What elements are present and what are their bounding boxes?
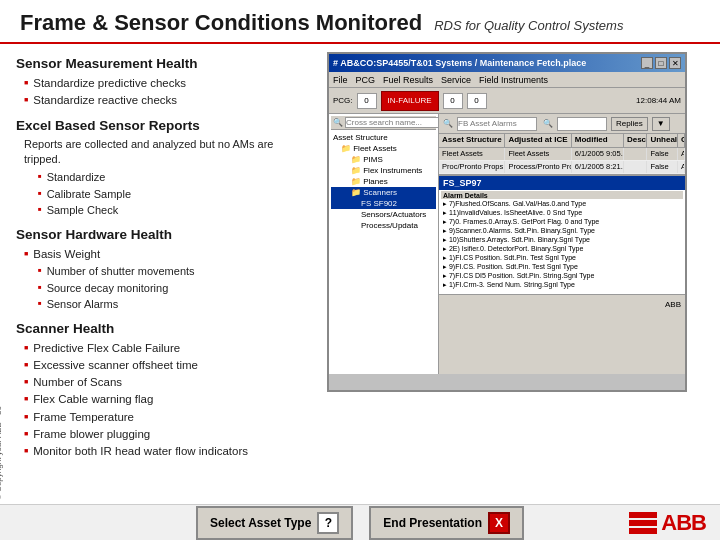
- alarm-item: ▸ 11)InvalidValues. IsSheetAlive. 0 Snd …: [441, 208, 683, 217]
- page-title: Frame & Sensor Conditions Monitored: [20, 10, 422, 36]
- alarm-item: ▸ 2E) Isifier.0. DetectorPort. Binary.Sg…: [441, 244, 683, 253]
- th-modified: Modified: [572, 134, 624, 147]
- table-header: Asset Structure Adjusted at ICE Modified…: [439, 134, 685, 148]
- main-layout: Sensor Measurement Health Standardize pr…: [0, 44, 720, 532]
- reports-description: Reports are collected and analyzed but n…: [16, 137, 284, 168]
- tree-item-scanners[interactable]: 📁 Scanners: [331, 187, 436, 198]
- alarm-item: ▸ 10)Shutters.Arrays. Sdt.Pin. Binary.Sg…: [441, 235, 683, 244]
- list-item: Basis Weight: [16, 246, 284, 263]
- tree-item-sensors[interactable]: Sensors/Actuators: [331, 209, 436, 220]
- list-item: Sensor Alarms: [16, 296, 284, 313]
- th-desc: Desc.: [624, 134, 647, 147]
- window-controls[interactable]: _ □ ✕: [641, 57, 681, 69]
- close-presentation-btn[interactable]: X: [488, 512, 510, 534]
- list-item: Standardize: [16, 169, 284, 186]
- alarm-item: ▸ 7)0. Frames.0.Array.S. GetPort Flag. 0…: [441, 217, 683, 226]
- td-calendar: Asset Pr: [678, 148, 685, 160]
- window-content: 🔍 Asset Structure 📁 Fleet Assets 📁 PIMS …: [329, 114, 685, 374]
- alarm-item: ▸ 1)FI.Crm-3. Send Num. String.Sgnl Type: [441, 280, 683, 289]
- th-adjusted-ice: Adjusted at ICE: [505, 134, 571, 147]
- filter-bar: 🔍 🔍 Replies ▼: [439, 114, 685, 134]
- td-desc: [624, 148, 647, 160]
- section-sensor-measurement-health: Sensor Measurement Health: [16, 56, 284, 71]
- question-mark-btn[interactable]: ?: [317, 512, 339, 534]
- alarm-item: ▸ 9)FI.CS. Position. Sdt.Pin. Test Sgnl …: [441, 262, 683, 271]
- table-row[interactable]: Fleet Assets Fleet Assets 6/1/2005 9:05.…: [439, 148, 685, 161]
- screenshot-window: # AB&CO:SP4455/T&01 Systems / Maintenanc…: [327, 52, 687, 392]
- td-desc2: [624, 161, 647, 173]
- list-item: Standardize reactive checks: [16, 92, 284, 109]
- list-item: Calibrate Sample: [16, 186, 284, 203]
- td-adjusted2: Process/Pronto Pro.: [505, 161, 571, 173]
- td-calendar2: Asset Pr: [678, 161, 685, 173]
- footer-bar: Select Asset Type ? End Presentation X A…: [0, 504, 720, 540]
- minimize-button[interactable]: _: [641, 57, 653, 69]
- page-header: Frame & Sensor Conditions Monitored RDS …: [0, 0, 720, 44]
- window-title-text: # AB&CO:SP4455/T&01 Systems / Maintenanc…: [333, 58, 586, 68]
- filter-label: 🔍: [443, 119, 453, 128]
- toolbar-num-0b: 0: [443, 93, 463, 109]
- menu-item-field[interactable]: Field Instruments: [479, 75, 548, 85]
- maximize-button[interactable]: □: [655, 57, 667, 69]
- list-item: Flex Cable warning flag: [16, 391, 284, 408]
- tree-item-planes[interactable]: 📁 Planes: [331, 176, 436, 187]
- tree-search-input[interactable]: [345, 117, 439, 128]
- td-adjusted: Fleet Assets: [505, 148, 571, 160]
- tree-item-process[interactable]: Process/Updata: [331, 220, 436, 231]
- filter-input2[interactable]: [557, 117, 607, 131]
- td-asset-name2: Proc/Pronto Props: [439, 161, 505, 173]
- alarm-header-row: Alarm Details: [441, 191, 683, 199]
- close-button[interactable]: ✕: [669, 57, 681, 69]
- list-item: Sample Check: [16, 202, 284, 219]
- menu-item-pcg[interactable]: PCG: [356, 75, 376, 85]
- menu-item-file[interactable]: File: [333, 75, 348, 85]
- filter-icon2: 🔍: [543, 119, 553, 128]
- list-item: Number of Scans: [16, 374, 284, 391]
- filter-input[interactable]: [457, 117, 537, 131]
- abb-stripe-2: [629, 520, 657, 526]
- td-unhealed2: False: [647, 161, 678, 173]
- list-item: Source decay monitoring: [16, 280, 284, 297]
- window-titlebar: # AB&CO:SP4455/T&01 Systems / Maintenanc…: [329, 54, 685, 72]
- toolbar-label-pcg: PCG:: [333, 96, 353, 105]
- menu-item-results[interactable]: Fuel Results: [383, 75, 433, 85]
- th-asset-structure: Asset Structure: [439, 134, 505, 147]
- tree-item-flex-instruments[interactable]: 📁 Flex Instruments: [331, 165, 436, 176]
- table-row[interactable]: Proc/Pronto Props Process/Pronto Pro. 6/…: [439, 161, 685, 174]
- td-unhealed: False: [647, 148, 678, 160]
- alarm-list: Alarm Details ▸ 7)Flushed.OfScans. Gal.V…: [439, 190, 685, 290]
- select-asset-label: Select Asset Type: [210, 516, 311, 530]
- copyright-text: © Copyright year ABB - 36 -: [0, 401, 3, 500]
- toolbar-time: 12:08:44 AM: [636, 96, 681, 105]
- list-item: Number of shutter movements: [16, 263, 284, 280]
- alarm-item: ▸ 7)FI.CS DI5 Position. Sdt.Pin. String.…: [441, 271, 683, 280]
- abb-stripes: [629, 512, 657, 534]
- abb-logo-small: ABB: [665, 300, 681, 309]
- tree-item-fleet-assets[interactable]: 📁 Fleet Assets: [331, 143, 436, 154]
- list-item: Frame Temperature: [16, 409, 284, 426]
- filter-replies-btn[interactable]: Replies: [611, 117, 648, 131]
- toolbar-num-0c: 0: [467, 93, 487, 109]
- filter-btn2[interactable]: ▼: [652, 117, 670, 131]
- abb-logo: ABB: [629, 510, 706, 536]
- alarm-item: ▸ 7)Flushed.OfScans. Gal.Val/Has.0.and T…: [441, 199, 683, 208]
- alarm-item: ▸ 1)FI.CS Position. Sdt.Pin. Test Sgnl T…: [441, 253, 683, 262]
- select-asset-button[interactable]: Select Asset Type ?: [196, 506, 353, 540]
- list-item: Predictive Flex Cable Failure: [16, 340, 284, 357]
- td-modified2: 6/1/2005 8:21...: [572, 161, 624, 173]
- window-bottom-bar: ABB: [439, 294, 685, 314]
- tree-panel: 🔍 Asset Structure 📁 Fleet Assets 📁 PIMS …: [329, 114, 439, 374]
- end-presentation-button[interactable]: End Presentation X: [369, 506, 524, 540]
- list-item: Monitor both IR head water flow indicato…: [16, 443, 284, 460]
- tree-item-fs-sf902[interactable]: FS SF902: [331, 198, 436, 209]
- list-item: Frame blower plugging: [16, 426, 284, 443]
- main-data-area: 🔍 🔍 Replies ▼ Asset Structure Adjusted a…: [439, 114, 685, 374]
- abb-stripe-1: [629, 512, 657, 518]
- abb-text: ABB: [661, 510, 706, 536]
- menu-item-service[interactable]: Service: [441, 75, 471, 85]
- left-panel: Sensor Measurement Health Standardize pr…: [0, 44, 300, 532]
- tree-item-pims[interactable]: 📁 PIMS: [331, 154, 436, 165]
- page-subtitle: RDS for Quality Control Systems: [434, 18, 623, 33]
- tree-item-asset-structure[interactable]: Asset Structure: [331, 132, 436, 143]
- toolbar-btn-infailure[interactable]: IN-FAILURE: [381, 91, 439, 111]
